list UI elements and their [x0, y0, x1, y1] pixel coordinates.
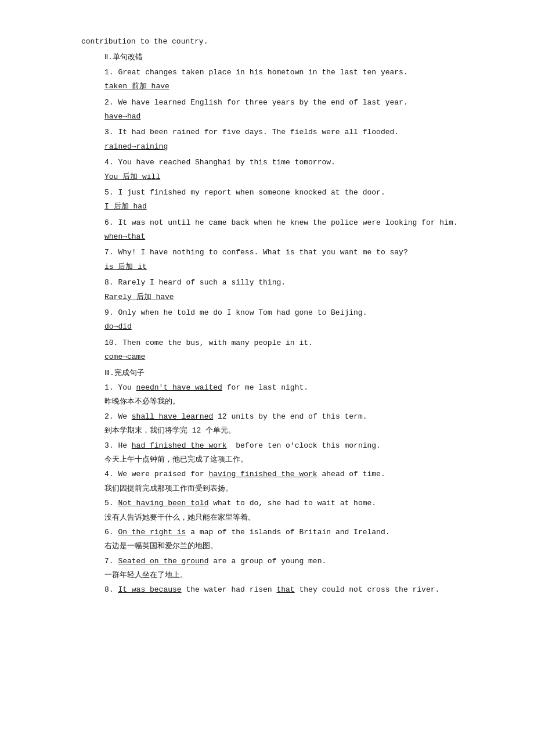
section3-item-8: 8. It was because the water had risen th…: [81, 583, 488, 596]
correction: rained→raining: [81, 140, 488, 153]
question: 7. Seated on the ground are a group of y…: [81, 555, 488, 568]
question: 6. It was not until he came back when he…: [81, 216, 488, 229]
question: 7. Why! I have nothing to confess. What …: [81, 246, 488, 259]
correction: is 后加 it: [81, 260, 488, 273]
section2-item-9: 9. Only when he told me do I know Tom ha…: [81, 306, 488, 334]
correction: taken 前加 have: [81, 80, 488, 93]
translation: 没有人告诉她要干什么，她只能在家里等着。: [81, 511, 488, 524]
translation: 右边是一幅英国和爱尔兰的地图。: [81, 539, 488, 553]
section3-title: Ⅲ.完成句子: [81, 366, 488, 380]
question: 1. You needn't have waited for me last n…: [81, 381, 488, 394]
correction: You 后加 will: [81, 170, 488, 183]
section2-item-6: 6. It was not until he came back when he…: [81, 216, 488, 244]
section3-item-1: 1. You needn't have waited for me last n…: [81, 381, 488, 409]
section3-item-6: 6. On the right is a map of the islands …: [81, 525, 488, 553]
section2-title: Ⅱ.单句改错: [81, 51, 488, 64]
question: 3. He had finished the work before ten o…: [81, 439, 488, 452]
correction: have→had: [81, 110, 488, 123]
section3-item-2: 2. We shall have learned 12 units by the…: [81, 410, 488, 438]
section2-item-5: 5. I just finished my report when someon…: [81, 186, 488, 214]
section2-item-2: 2. We have learned English for three yea…: [81, 96, 488, 124]
question: 8. Rarely I heard of such a silly thing.: [81, 276, 488, 289]
translation: 一群年轻人坐在了地上。: [81, 568, 488, 582]
section2-item-8: 8. Rarely I heard of such a silly thing.…: [81, 276, 488, 304]
question: 2. We shall have learned 12 units by the…: [81, 410, 488, 423]
question: 1. Great changes taken place in his home…: [81, 66, 488, 79]
question: 4. You have reached Shanghai by this tim…: [81, 156, 488, 169]
translation: 到本学期末，我们将学完 12 个单元。: [81, 424, 488, 437]
question: 6. On the right is a map of the islands …: [81, 525, 488, 539]
correction: do→did: [81, 320, 488, 333]
correction: I 后加 had: [81, 200, 488, 213]
section3-item-3: 3. He had finished the work before ten o…: [81, 439, 488, 467]
question: 10. Then come the bus, with many people …: [81, 336, 488, 350]
question: 3. It had been rained for five days. The…: [81, 125, 488, 139]
translation: 昨晚你本不必等我的。: [81, 395, 488, 408]
question: 5. Not having been told what to do, she …: [81, 496, 488, 510]
question: 9. Only when he told me do I know Tom ha…: [81, 306, 488, 319]
section3-item-7: 7. Seated on the ground are a group of y…: [81, 555, 488, 582]
section2-item-4: 4. You have reached Shanghai by this tim…: [81, 156, 488, 183]
translation: 今天上午十点钟前，他已完成了这项工作。: [81, 453, 488, 466]
section2-item-10: 10. Then come the bus, with many people …: [81, 336, 488, 364]
translation: 我们因提前完成那项工作而受到表扬。: [81, 482, 488, 495]
correction: come→came: [81, 350, 488, 363]
top-text: contribution to the country.: [81, 35, 488, 48]
document-content: contribution to the country. Ⅱ.单句改错 1. G…: [81, 35, 488, 597]
question: 4. We were praised for having finished t…: [81, 467, 488, 481]
correction: Rarely 后加 have: [81, 290, 488, 304]
section2-item-7: 7. Why! I have nothing to confess. What …: [81, 246, 488, 273]
question: 2. We have learned English for three yea…: [81, 96, 488, 109]
section2-item-3: 3. It had been rained for five days. The…: [81, 125, 488, 153]
section3-item-4: 4. We were praised for having finished t…: [81, 467, 488, 495]
question: 8. It was because the water had risen th…: [81, 583, 488, 596]
correction: when→that: [81, 230, 488, 243]
question: 5. I just finished my report when someon…: [81, 186, 488, 199]
section2-item-1: 1. Great changes taken place in his home…: [81, 66, 488, 93]
section3-item-5: 5. Not having been told what to do, she …: [81, 496, 488, 524]
